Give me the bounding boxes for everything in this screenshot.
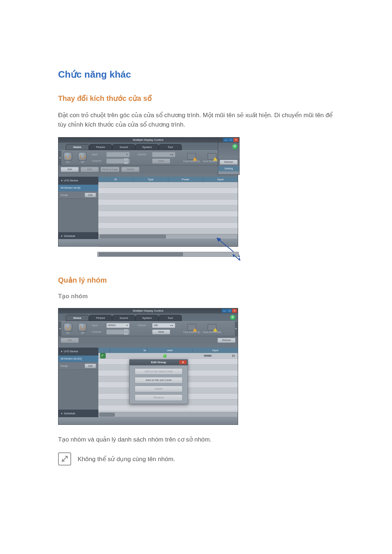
tab-sound[interactable]: Sound (112, 315, 135, 321)
maximize-button[interactable]: □ (228, 138, 233, 142)
mute-button[interactable]: Mute (152, 159, 170, 164)
sidebar-edit-button[interactable]: Edit (85, 193, 96, 197)
col-power[interactable]: ower (147, 348, 193, 353)
dialog-rename-button[interactable]: Rename (135, 394, 183, 401)
table-row (98, 200, 238, 205)
delete-button[interactable]: Delete (121, 167, 139, 172)
secondary-window-strip: —□X ? Refresh Setting (218, 137, 240, 175)
refresh-button[interactable]: Refresh (220, 160, 238, 165)
col-setting[interactable]: Setting (218, 166, 239, 171)
fault-alert-icon[interactable] (208, 153, 216, 160)
move-copy-button[interactable]: Move & Copy (101, 167, 119, 172)
tab-system[interactable]: System (135, 315, 159, 321)
h-scrollbar-lower[interactable] (97, 252, 239, 257)
sidebar-schedule-header[interactable]: ▼Schedule (58, 410, 98, 418)
tab-picture[interactable]: Picture (89, 144, 112, 150)
sidebar-group-row: Group Edit (58, 191, 98, 199)
add-button[interactable]: Add (61, 167, 79, 172)
edit-button[interactable]: Edit (81, 167, 99, 172)
power-on-button[interactable] (64, 323, 72, 332)
volume-field[interactable]: 100◄► (152, 323, 175, 328)
input-select[interactable]: ▼ (106, 152, 130, 157)
channel-label: Channel (92, 160, 105, 162)
power-status-icon (163, 354, 167, 358)
channel-label: Channel (92, 331, 105, 333)
sidebar-group-label: Group (61, 194, 68, 196)
tab-sound[interactable]: Sound (112, 144, 135, 150)
close-button[interactable]: X (232, 309, 237, 313)
col-te: te (110, 348, 147, 353)
tab-home[interactable]: Home (66, 144, 89, 150)
tab-picture[interactable]: Picture (89, 315, 112, 321)
window-title: Multiple Display Control — □ X (58, 138, 238, 143)
sidebar-all-devices[interactable]: All Device List (01) (58, 356, 98, 362)
tab-home[interactable]: Home (66, 315, 89, 321)
power-on-label: On (66, 161, 69, 163)
sidebar-group-label: Group (61, 365, 68, 367)
maximize-button[interactable]: □ (227, 309, 232, 313)
channel-stepper[interactable]: ▲▼ (106, 329, 130, 335)
dialog-title: Edit Group X (130, 360, 188, 365)
screenshot-resize: Multiple Display Control — □ X ? Home Pi… (58, 137, 334, 263)
refresh-button[interactable]: Refresh (217, 338, 236, 343)
tab-tool[interactable]: Tool (159, 144, 182, 150)
sidebar-lfd-header[interactable]: ▼LFD Device (58, 348, 98, 356)
after-shot-text: Tạo nhóm và quản lý danh sách nhóm trên … (58, 435, 334, 444)
dialog-close-button[interactable]: X (179, 360, 187, 364)
close-button[interactable]: X (233, 138, 238, 142)
power-off-button[interactable] (78, 152, 87, 161)
table-row (98, 188, 238, 194)
add-same-level-button[interactable]: Add on the same Level (135, 368, 183, 375)
table-row[interactable]: HDMI2 21 (98, 353, 238, 359)
resize-body-text: Đặt con trỏ chuột trên góc của cửa sổ ch… (58, 111, 334, 130)
check-icon[interactable] (100, 353, 106, 358)
mute-button[interactable]: Mute (152, 329, 170, 335)
subsub-create-group: Tạo nhóm (58, 292, 334, 300)
fault-device-icon[interactable] (187, 324, 196, 331)
col-power[interactable]: Power (168, 177, 203, 182)
sidebar-edit-button[interactable]: Edit (85, 364, 96, 368)
volume-field[interactable]: ◄► (152, 152, 175, 157)
ribbon-scroll-left[interactable]: ◄ (58, 151, 61, 165)
minimize-button[interactable]: — (222, 309, 227, 313)
toolbar: Add Edit Move & Copy Delete Refresh (58, 165, 238, 173)
col-input[interactable]: Input (203, 177, 238, 182)
fault-alert-icon[interactable] (208, 324, 216, 331)
screenshot-edit-group: Multiple Display Control — □ X ? Home Pi… (58, 308, 238, 425)
sidebar-lfd-header[interactable]: ▼LFD Device (58, 177, 98, 185)
note-row: Không thể sử dụng cùng tên nhóm. (58, 452, 334, 465)
add-sub-level-button[interactable]: Add on the sub Level (135, 377, 183, 383)
input-label: Input (92, 153, 105, 156)
tab-system[interactable]: System (135, 144, 159, 150)
table-row (98, 205, 238, 211)
ribbon-scroll-left[interactable]: ◄ (58, 321, 61, 336)
edit-group-dialog: Edit Group X Add on the same Level Add o… (129, 359, 188, 404)
power-on-button[interactable] (64, 152, 72, 161)
col-type[interactable]: Type (133, 177, 168, 182)
channel-stepper[interactable]: ▲▼ (106, 159, 130, 164)
add-button[interactable]: Add (61, 338, 79, 343)
h-scrollbar[interactable] (98, 412, 238, 417)
note-text: Không thể sử dụng cùng tên nhóm. (78, 455, 175, 463)
ribbon-scroll-right[interactable]: ► (235, 321, 238, 336)
help-icon[interactable]: ? (230, 315, 236, 320)
power-off-label: Off (81, 161, 84, 163)
tab-tool[interactable]: Tool (159, 315, 182, 321)
table-row (98, 223, 238, 229)
minimize-button[interactable]: — (223, 138, 228, 142)
volume-label: Volume (138, 324, 151, 327)
fault-device-icon[interactable] (187, 153, 196, 160)
table-row (98, 217, 238, 223)
dialog-delete-button[interactable]: Delete (135, 386, 183, 392)
input-select[interactable]: HDMI2▼ (106, 323, 130, 328)
power-off-button[interactable] (78, 323, 87, 332)
col-input[interactable]: Input (193, 348, 238, 353)
h-scrollbar[interactable] (98, 234, 238, 239)
col-id[interactable]: ID (98, 177, 133, 182)
ribbon: ◄ ► On Off Input ▼ Channel (58, 150, 238, 165)
sidebar: ▼LFD Device All Device List (0) Group Ed… (58, 177, 99, 234)
col-check[interactable] (98, 348, 110, 353)
help-icon[interactable]: ? (232, 144, 238, 149)
sidebar-all-devices[interactable]: All Device List (0) (58, 185, 98, 191)
input-label: Input (92, 324, 105, 327)
